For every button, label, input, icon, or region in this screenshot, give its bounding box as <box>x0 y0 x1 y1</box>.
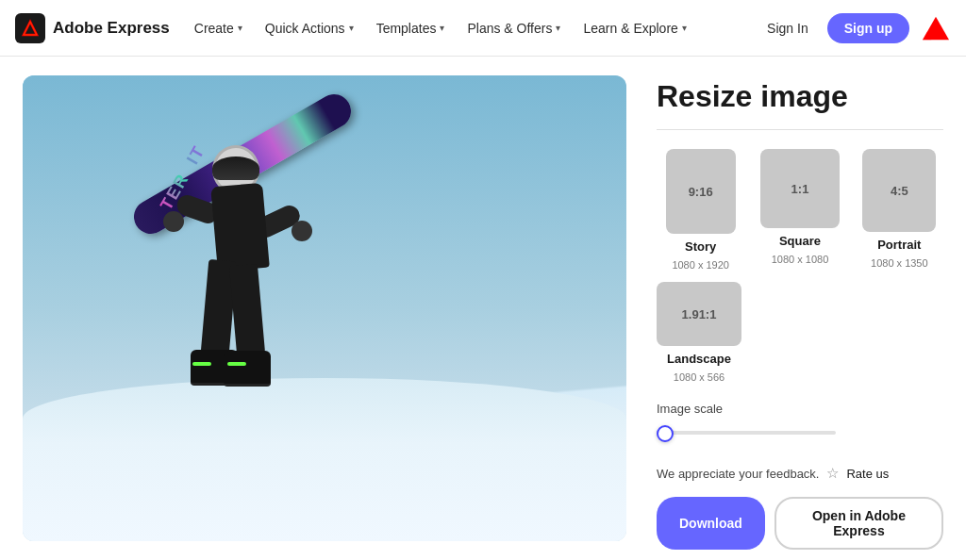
main-content: TER IT <box>0 57 966 560</box>
download-button[interactable]: Download <box>657 497 765 550</box>
ratio-card-story[interactable]: 9:16 Story 1080 x 1920 <box>657 149 744 271</box>
app-icon <box>15 13 45 43</box>
svg-marker-0 <box>24 22 37 35</box>
chevron-down-icon: ▾ <box>556 23 560 33</box>
star-icon: ☆ <box>826 465 839 482</box>
brand-logo[interactable]: Adobe Express <box>15 13 170 43</box>
chevron-down-icon: ▾ <box>238 23 242 33</box>
nav-item-templates[interactable]: Templates ▾ <box>367 15 455 41</box>
resize-panel: Resize image 9:16 Story 1080 x 1920 1:1 … <box>657 75 943 541</box>
open-in-express-button[interactable]: Open in Adobe Express <box>774 497 943 550</box>
ratio-box-square: 1:1 <box>760 149 840 228</box>
chevron-down-icon: ▾ <box>440 23 444 33</box>
snowboard-image: TER IT <box>23 75 626 541</box>
chevron-down-icon: ▾ <box>682 23 687 33</box>
navbar: Adobe Express Create ▾ Quick Actions ▾ T… <box>0 0 966 57</box>
ratio-box-portrait: 4:5 <box>862 149 936 232</box>
nav-item-create[interactable]: Create ▾ <box>185 15 252 41</box>
image-scale-section: Image scale <box>657 402 943 442</box>
divider <box>657 129 943 130</box>
nav-item-learn-explore[interactable]: Learn & Explore ▾ <box>574 15 695 41</box>
feedback-row: We appreciate your feedback. ☆ Rate us <box>657 465 943 482</box>
image-preview: TER IT <box>23 75 626 541</box>
page-title: Resize image <box>657 79 943 114</box>
snowboarder-figure: TER IT <box>148 75 356 411</box>
feedback-text: We appreciate your feedback. <box>657 467 819 481</box>
ratio-grid: 9:16 Story 1080 x 1920 1:1 Square 1080 x… <box>657 149 943 271</box>
image-scale-label: Image scale <box>657 402 943 416</box>
rate-us-link[interactable]: Rate us <box>846 467 889 481</box>
landscape-row: 1.91:1 Landscape 1080 x 566 <box>657 282 943 383</box>
nav-item-quick-actions[interactable]: Quick Actions ▾ <box>256 15 363 41</box>
action-buttons: Download Open in Adobe Express <box>657 497 943 550</box>
scale-track <box>657 431 836 435</box>
scale-slider[interactable] <box>657 423 836 442</box>
ratio-box-landscape: 1.91:1 <box>657 282 741 346</box>
sign-in-button[interactable]: Sign In <box>756 15 820 41</box>
ratio-card-landscape[interactable]: 1.91:1 Landscape 1080 x 566 <box>657 282 741 383</box>
adobe-logo <box>921 13 951 43</box>
ratio-card-portrait[interactable]: 4:5 Portrait 1080 x 1350 <box>856 149 943 271</box>
scale-thumb[interactable] <box>657 425 674 442</box>
brand-name: Adobe Express <box>53 19 170 38</box>
chevron-down-icon: ▾ <box>349 23 354 33</box>
sign-up-button[interactable]: Sign up <box>827 13 909 43</box>
nav-item-plans-offers[interactable]: Plans & Offers ▾ <box>458 15 570 41</box>
ratio-card-square[interactable]: 1:1 Square 1080 x 1080 <box>756 149 843 271</box>
ratio-box-story: 9:16 <box>666 149 736 234</box>
